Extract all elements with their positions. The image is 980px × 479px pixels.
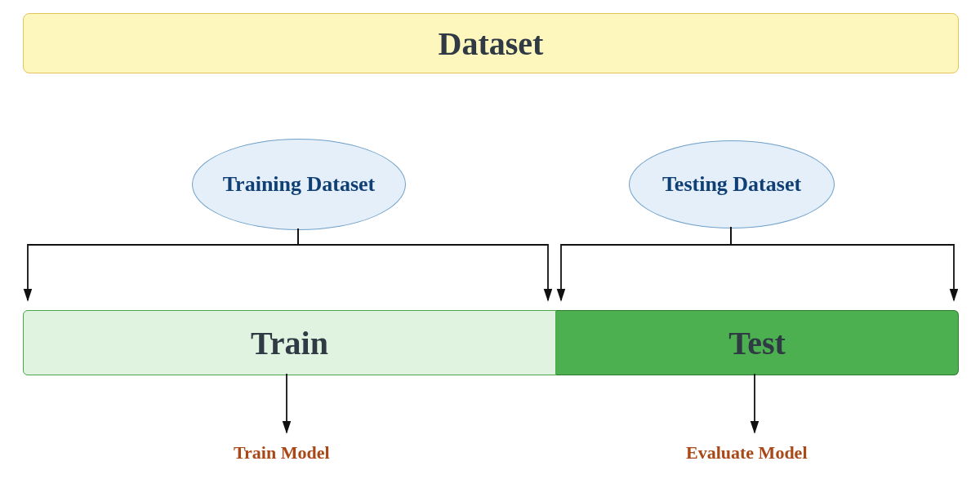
testing-dataset-ellipse: Testing Dataset [629,140,835,228]
bracket-training-right [298,228,548,300]
training-dataset-label: Training Dataset [223,172,376,197]
dataset-box: Dataset [23,13,959,73]
diagram-stage: Dataset Training Dataset Testing Dataset… [0,0,980,479]
testing-dataset-label: Testing Dataset [662,172,801,197]
training-dataset-ellipse: Training Dataset [192,139,406,230]
bracket-testing-left [561,227,731,300]
evaluate-model-caption: Evaluate Model [686,442,808,463]
split-row: Train Test [23,310,959,374]
train-box: Train [23,310,556,375]
train-model-caption: Train Model [234,442,330,463]
train-label: Train [251,324,328,362]
dataset-title: Dataset [439,24,544,63]
test-box: Test [556,310,959,375]
bracket-testing-right [731,227,954,300]
test-label: Test [728,324,786,362]
bracket-training [28,228,298,300]
